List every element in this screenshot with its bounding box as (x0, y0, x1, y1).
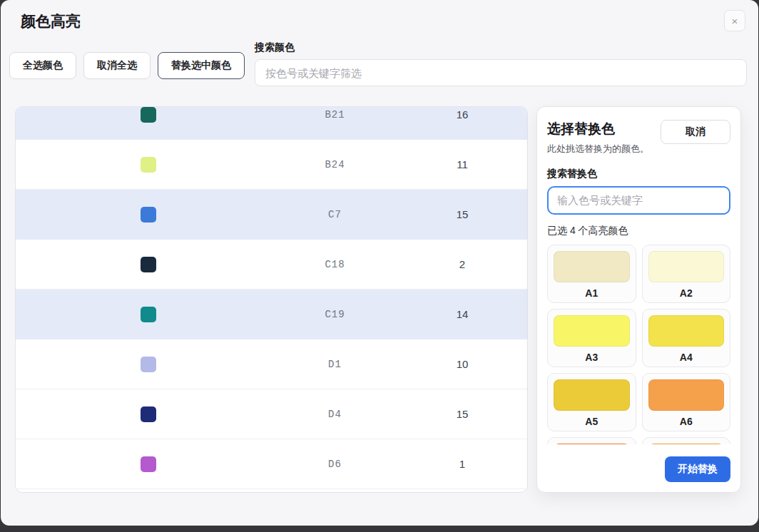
table-row[interactable]: C18 2 (16, 240, 527, 290)
replace-search-label: 搜索替换色 (547, 168, 730, 180)
color-code: D1 (183, 359, 447, 370)
replacement-swatch-card[interactable] (547, 437, 636, 444)
color-count: 14 (447, 308, 527, 320)
color-swatch (141, 307, 156, 322)
table-row[interactable]: B24 11 (16, 140, 527, 190)
table-row[interactable]: C7 15 (16, 190, 527, 240)
swatch-preview (648, 379, 725, 411)
replacement-swatch-card[interactable]: A1 (547, 245, 636, 303)
start-replace-button[interactable]: 开始替换 (665, 456, 730, 482)
panel-header: 选择替换色 此处挑选替换为的颜色。 取消 (547, 120, 730, 156)
replacement-swatch-card[interactable]: A3 (547, 309, 636, 367)
swatch-label: A2 (648, 287, 725, 299)
color-count: 2 (447, 258, 527, 270)
color-count: 10 (447, 358, 527, 370)
replacement-swatch-card[interactable] (642, 437, 731, 444)
color-swatch (141, 157, 156, 173)
color-search-label: 搜索颜色 (255, 41, 747, 54)
swatch-preview (554, 251, 630, 282)
color-code: C19 (183, 309, 447, 320)
swatch-preview (554, 444, 630, 444)
color-highlight-dialog: 颜色高亮 × 全选颜色 取消全选 替换选中颜色 搜索颜色 B21 16 B24 (1, 0, 758, 526)
color-code: C18 (183, 259, 447, 270)
color-swatch (141, 257, 156, 272)
close-icon: × (732, 15, 738, 27)
color-code: D4 (183, 409, 447, 420)
main-content: B21 16 B24 11 C7 15 C18 2 (1, 86, 758, 526)
color-swatch (141, 107, 156, 123)
color-code: B21 (183, 109, 447, 121)
cancel-button[interactable]: 取消 (661, 120, 730, 144)
swatch-label: A3 (554, 352, 630, 363)
swatch-label: A4 (648, 352, 725, 363)
color-table: B21 16 B24 11 C7 15 C18 2 (15, 106, 528, 493)
replacement-swatch-card[interactable]: A4 (642, 309, 731, 367)
panel-description: 此处挑选替换为的颜色。 (547, 143, 649, 156)
color-swatch (141, 207, 156, 222)
replacement-swatch-card[interactable]: A2 (642, 245, 731, 303)
selected-count-text: 已选 4 个高亮颜色 (547, 225, 730, 237)
color-swatch (141, 406, 156, 422)
color-swatch (141, 456, 156, 472)
table-row[interactable]: D4 15 (16, 389, 527, 439)
color-code: C7 (183, 209, 447, 220)
panel-footer: 开始替换 (547, 451, 730, 482)
color-count: 15 (447, 408, 527, 420)
close-button[interactable]: × (724, 10, 745, 31)
table-row[interactable]: D1 10 (16, 339, 527, 389)
color-count: 15 (447, 208, 527, 220)
replace-search-input[interactable] (547, 186, 730, 215)
replacement-swatch-card[interactable]: A6 (642, 373, 731, 431)
table-row[interactable]: C19 14 (16, 290, 527, 339)
toolbar: 全选颜色 取消全选 替换选中颜色 搜索颜色 (1, 34, 758, 86)
swatch-preview (648, 315, 725, 347)
color-search-block: 搜索颜色 (255, 41, 747, 86)
swatch-preview (554, 315, 630, 347)
swatch-label: A1 (554, 287, 630, 299)
color-search-input[interactable] (255, 59, 747, 86)
dialog-header: 颜色高亮 × (1, 0, 758, 34)
select-all-colors-button[interactable]: 全选颜色 (9, 52, 76, 79)
color-swatch (141, 357, 156, 372)
page-title: 颜色高亮 (21, 11, 738, 31)
table-row[interactable]: B21 16 (16, 106, 527, 140)
swatch-label: A6 (648, 416, 725, 427)
swatch-preview (648, 251, 725, 282)
replacement-swatch-grid: A1 A2 A3 A4 A5 (547, 245, 730, 444)
color-count: 1 (447, 458, 527, 470)
panel-title-block: 选择替换色 此处挑选替换为的颜色。 (547, 120, 649, 156)
table-row[interactable]: D6 1 (16, 439, 527, 489)
color-count: 11 (447, 158, 527, 170)
deselect-all-button[interactable]: 取消全选 (83, 52, 151, 79)
replacement-swatch-card[interactable]: A5 (547, 373, 636, 431)
color-count: 16 (447, 108, 527, 121)
swatch-preview (648, 444, 725, 444)
panel-title: 选择替换色 (547, 120, 649, 138)
swatch-preview (554, 379, 630, 411)
color-code: B24 (183, 159, 447, 170)
swatch-label: A5 (554, 416, 630, 427)
replace-selected-colors-button[interactable]: 替换选中颜色 (158, 52, 245, 79)
replace-color-panel: 选择替换色 此处挑选替换为的颜色。 取消 搜索替换色 已选 4 个高亮颜色 A1… (536, 106, 741, 493)
color-code: D6 (183, 459, 447, 470)
